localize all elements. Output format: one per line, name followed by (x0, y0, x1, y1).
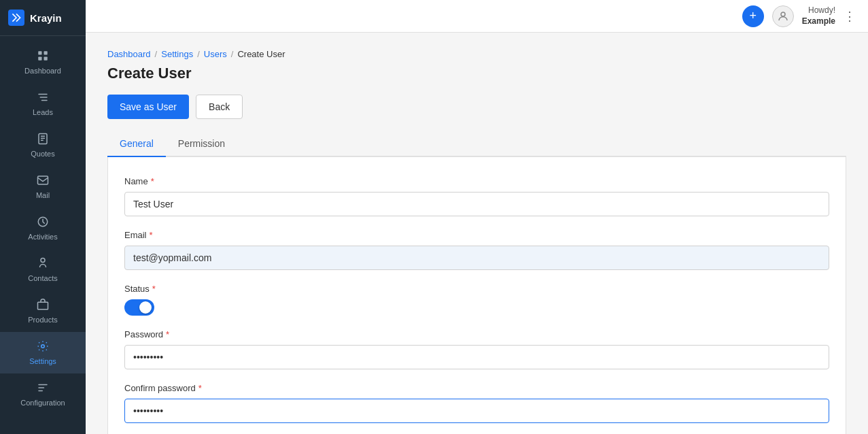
confirm-password-label: Confirm password * (124, 383, 829, 393)
breadcrumb-users[interactable]: Users (204, 49, 227, 59)
contacts-icon (37, 257, 49, 271)
svg-point-8 (41, 345, 45, 348)
status-toggle[interactable] (124, 299, 154, 316)
status-label: Status * (124, 284, 829, 294)
topbar: + Howdy! Example ⋮ (86, 0, 868, 33)
app-logo: Krayin (0, 0, 86, 36)
name-input[interactable] (124, 192, 829, 216)
leads-icon (37, 91, 49, 105)
breadcrumb-sep-3: / (231, 49, 234, 59)
password-label: Password * (124, 329, 829, 339)
email-required: * (150, 230, 153, 240)
svg-rect-3 (44, 57, 48, 61)
svg-rect-7 (38, 302, 48, 310)
svg-rect-1 (44, 51, 48, 54)
tab-permission[interactable]: Permission (166, 131, 237, 157)
settings-icon (37, 340, 49, 354)
form-group-email: Email * (124, 230, 829, 270)
svg-point-9 (781, 12, 785, 16)
sidebar-item-leads-label: Leads (33, 108, 53, 116)
name-label: Name * (124, 176, 829, 186)
avatar (772, 5, 794, 27)
breadcrumb-sep-1: / (155, 49, 158, 59)
sidebar: Krayin Dashboard Leads Quotes Mail (0, 0, 86, 434)
mail-icon (37, 174, 49, 188)
username-label: Example (802, 16, 835, 27)
password-required: * (166, 329, 169, 339)
toggle-thumb (139, 301, 152, 314)
svg-rect-0 (38, 51, 41, 54)
logo-icon (8, 10, 24, 26)
breadcrumb-current: Create User (237, 49, 285, 59)
sidebar-item-activities-label: Activities (28, 233, 57, 241)
sidebar-item-activities[interactable]: Activities (0, 207, 86, 249)
add-button[interactable]: + (742, 5, 764, 27)
action-buttons: Save as User Back (107, 95, 846, 119)
configuration-icon (37, 382, 49, 396)
sidebar-item-products-label: Products (28, 316, 57, 324)
more-options-icon[interactable]: ⋮ (844, 9, 857, 24)
email-label: Email * (124, 230, 829, 240)
sidebar-item-quotes[interactable]: Quotes (0, 124, 86, 166)
svg-rect-5 (38, 176, 48, 184)
quotes-icon (37, 133, 49, 147)
form-group-status: Status * (124, 284, 829, 316)
name-required: * (151, 176, 154, 186)
tab-general[interactable]: General (107, 131, 166, 157)
status-required: * (152, 284, 156, 294)
sidebar-item-settings-label: Settings (29, 357, 56, 365)
form-tabs: General Permission (107, 131, 846, 157)
sidebar-nav: Dashboard Leads Quotes Mail Activities (0, 36, 86, 434)
sidebar-item-quotes-label: Quotes (31, 150, 54, 158)
sidebar-item-products[interactable]: Products (0, 290, 86, 332)
form-panel: Name * Email * Status * (107, 157, 846, 434)
main-area: + Howdy! Example ⋮ Dashboard / Settings … (86, 0, 868, 434)
breadcrumb: Dashboard / Settings / Users / Create Us… (107, 49, 846, 59)
sidebar-item-settings[interactable]: Settings (0, 332, 86, 373)
sidebar-item-mail-label: Mail (36, 191, 50, 199)
form-group-password: Password * (124, 329, 829, 369)
sidebar-item-leads[interactable]: Leads (0, 83, 86, 124)
back-button[interactable]: Back (196, 95, 243, 119)
form-group-confirm-password: Confirm password * (124, 383, 829, 423)
page-title: Create User (107, 65, 846, 82)
sidebar-item-mail[interactable]: Mail (0, 166, 86, 207)
toggle-track[interactable] (124, 299, 154, 316)
sidebar-item-dashboard[interactable]: Dashboard (0, 41, 86, 83)
sidebar-item-configuration[interactable]: Configuration (0, 373, 86, 415)
content-area: Dashboard / Settings / Users / Create Us… (86, 33, 868, 434)
breadcrumb-dashboard[interactable]: Dashboard (107, 49, 151, 59)
breadcrumb-sep-2: / (197, 49, 200, 59)
activities-icon (37, 216, 49, 230)
sidebar-item-dashboard-label: Dashboard (24, 67, 61, 75)
sidebar-item-contacts-label: Contacts (28, 274, 57, 282)
password-input[interactable] (124, 345, 829, 369)
email-input[interactable] (124, 246, 829, 270)
breadcrumb-settings[interactable]: Settings (161, 49, 193, 59)
confirm-password-required: * (198, 383, 202, 393)
howdy-label: Howdy! (808, 5, 835, 16)
sidebar-item-configuration-label: Configuration (20, 399, 65, 407)
status-toggle-wrapper (124, 299, 829, 316)
dashboard-icon (37, 50, 49, 64)
save-as-user-button[interactable]: Save as User (107, 95, 189, 119)
logo-text: Krayin (30, 12, 62, 24)
confirm-password-input[interactable] (124, 399, 829, 423)
form-group-name: Name * (124, 176, 829, 216)
user-info: Howdy! Example (802, 5, 835, 27)
sidebar-item-contacts[interactable]: Contacts (0, 249, 86, 290)
products-icon (37, 299, 49, 313)
svg-rect-2 (38, 57, 41, 61)
